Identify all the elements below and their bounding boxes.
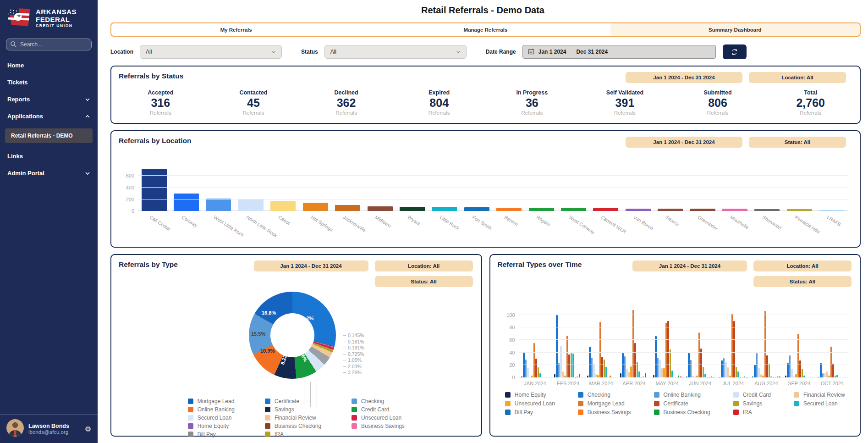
legend-item: Mortgage Lead: [188, 397, 235, 405]
donut-percent-label: 15.5%: [251, 331, 265, 337]
time-series-bar: [587, 376, 589, 377]
month-bar-group: MAR 2024: [585, 307, 618, 377]
chevron-down-icon: [85, 170, 90, 177]
status-stat-sub: Referrals: [207, 110, 300, 116]
date-range-input[interactable]: Jan 1 2024 - Dec 31 2024: [522, 45, 716, 59]
leader-line: [317, 383, 317, 408]
legend-item: Unsecured Loan: [505, 399, 555, 408]
leader-line: [310, 382, 311, 407]
time-series-bar: [564, 376, 566, 377]
time-series-bar: [795, 374, 797, 377]
legend-label: Business Savings: [588, 409, 631, 415]
month-bar-group: JUN 2024: [684, 307, 717, 377]
time-series-bar: [593, 364, 595, 377]
donut-percent-label: 0.181%: [343, 344, 364, 351]
search-input[interactable]: [6, 39, 92, 50]
location-bar: [496, 208, 522, 211]
legend-label: Bill Pay: [198, 431, 216, 437]
time-series-bar: [744, 377, 746, 378]
status-stat-sub: Referrals: [764, 110, 857, 116]
avatar: [6, 419, 24, 438]
location-axis-label: Hot Springs: [310, 214, 334, 233]
location-bar-slot: Bryant: [396, 167, 428, 211]
status-stat-label: Total: [764, 89, 857, 96]
legend-swatch: [188, 399, 193, 404]
date-range-start: Jan 1 2024: [538, 49, 566, 55]
sidebar-item-home[interactable]: Home: [0, 57, 98, 74]
tab-my-referrals[interactable]: My Referrals: [111, 23, 361, 36]
time-series-bar: [599, 322, 601, 378]
time-series-bar: [661, 368, 663, 377]
location-axis-label: Greenbrier: [697, 214, 720, 231]
legend-item: Checking: [578, 390, 631, 399]
sidebar-search: [6, 39, 92, 50]
status-stat-value: 362: [300, 96, 393, 110]
sidebar-item-retail-referrals-demo[interactable]: Retail Referrals - DEMO: [5, 128, 93, 143]
time-series-bar: [703, 367, 704, 377]
legend-item: Certificate: [265, 397, 321, 405]
location-select[interactable]: All: [140, 45, 282, 59]
time-series-bar: [620, 373, 622, 378]
location-axis-label: Pinnacle Hills: [794, 214, 821, 234]
time-series-bar: [764, 311, 766, 377]
legend-swatch: [352, 399, 357, 404]
arkansas-flag-logo-icon: [6, 6, 32, 29]
location-axis-label: Cantrell WLR: [600, 214, 627, 234]
legend-item: Bill Pay: [188, 430, 235, 438]
time-series-bar: [554, 374, 556, 377]
time-series-bar: [566, 336, 568, 378]
sidebar-item-links[interactable]: Links: [0, 148, 98, 165]
location-bar-slot: West Conway: [557, 167, 589, 211]
status-stat: Total2,760Referrals: [764, 89, 857, 116]
location-bar: [787, 209, 812, 211]
sidebar-item-reports[interactable]: Reports: [0, 91, 98, 108]
time-series-bar: [740, 377, 742, 377]
date-range-separator: -: [570, 49, 572, 55]
time-series-bar: [721, 360, 723, 377]
location-bar-slot: Call Center: [138, 167, 170, 211]
time-series-bar: [632, 310, 634, 378]
donut-percent-label: 2.03%: [343, 363, 364, 370]
location-bar-slot: Fort Smith: [461, 167, 493, 211]
status-select[interactable]: All: [324, 45, 467, 59]
logo-line-1: ARKANSAS: [36, 8, 77, 16]
time-series-bar: [601, 357, 603, 377]
legend-label: Secured Loan: [198, 415, 232, 421]
time-series-bar: [729, 376, 731, 377]
time-series-bar: [680, 377, 681, 378]
legend-swatch: [733, 392, 739, 398]
tab-summary-dashboard[interactable]: Summary Dashboard: [610, 23, 860, 36]
time-series-bar: [568, 354, 570, 378]
time-bar-groups: JAN 2024FEB 2024MAR 2024APR 2024MAY 2024…: [519, 307, 849, 377]
gear-icon[interactable]: ⚙: [85, 425, 91, 433]
time-series-bar: [731, 314, 733, 377]
sidebar-item-admin-portal[interactable]: Admin Portal: [0, 165, 98, 182]
legend-swatch: [578, 392, 583, 398]
time-series-bar: [531, 376, 533, 377]
filter-bar: Location All Status All Date Range Jan 1…: [110, 44, 861, 59]
refresh-button[interactable]: [723, 44, 747, 59]
time-series-bar: [822, 373, 824, 378]
sidebar-item-tickets[interactable]: Tickets: [0, 74, 98, 91]
time-series-bar: [754, 365, 756, 378]
time-series-bar: [663, 368, 665, 377]
location-bar-slot: Maumelle: [719, 167, 751, 211]
month-bar-group: JAN 2024: [519, 307, 552, 377]
tab-manage-referrals[interactable]: Manage Referrals: [361, 23, 610, 36]
time-series-bar: [533, 343, 535, 377]
status-stat-sub: Referrals: [114, 110, 207, 116]
legend-label: Checking: [588, 392, 610, 398]
location-bar: [819, 210, 844, 211]
time-series-bar: [575, 377, 577, 377]
sidebar-item-applications[interactable]: Applications: [0, 108, 98, 125]
status-stat-value: 316: [114, 96, 207, 110]
location-bar-slot: Benton: [493, 167, 525, 211]
location-bar: [626, 209, 651, 211]
location-axis-label: West Little Rock: [213, 214, 245, 238]
time-series-bar: [746, 377, 747, 377]
date-range-badge: Jan 1 2024 - Dec 31 2024: [626, 137, 742, 148]
time-series-bar: [655, 336, 657, 377]
time-series-bar: [645, 373, 647, 378]
location-bar-slot: Greenbrier: [687, 167, 719, 211]
sidebar-item-label: Tickets: [7, 79, 28, 86]
